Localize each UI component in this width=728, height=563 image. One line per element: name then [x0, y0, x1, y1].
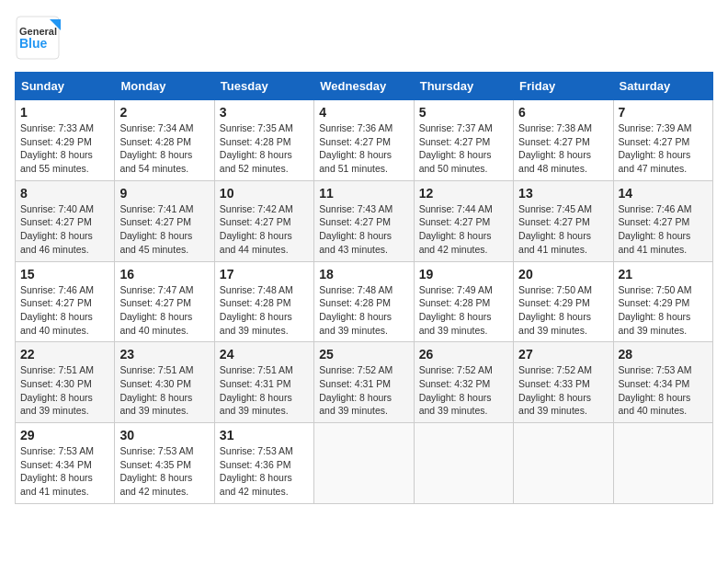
day-info: Sunrise: 7:51 AM Sunset: 4:30 PM Dayligh… — [119, 363, 209, 418]
day-number: 23 — [119, 347, 209, 362]
empty-cell — [514, 423, 613, 504]
day-info: Sunrise: 7:49 AM Sunset: 4:28 PM Dayligh… — [419, 283, 508, 338]
day-info: Sunrise: 7:48 AM Sunset: 4:28 PM Dayligh… — [319, 283, 408, 338]
day-info: Sunrise: 7:48 AM Sunset: 4:28 PM Dayligh… — [220, 283, 309, 338]
day-info: Sunrise: 7:53 AM Sunset: 4:35 PM Dayligh… — [119, 444, 209, 499]
calendar-day-cell: 26 Sunrise: 7:52 AM Sunset: 4:32 PM Dayl… — [414, 342, 513, 423]
calendar-day-cell: 30 Sunrise: 7:53 AM Sunset: 4:35 PM Dayl… — [115, 423, 214, 504]
calendar-day-cell: 17 Sunrise: 7:48 AM Sunset: 4:28 PM Dayl… — [214, 261, 313, 342]
day-number: 13 — [518, 186, 608, 201]
calendar-day-cell: 22 Sunrise: 7:51 AM Sunset: 4:30 PM Dayl… — [16, 342, 115, 423]
day-info: Sunrise: 7:40 AM Sunset: 4:27 PM Dayligh… — [20, 202, 109, 257]
calendar-table: SundayMondayTuesdayWednesdayThursdayFrid… — [15, 72, 713, 504]
day-number: 28 — [619, 347, 708, 362]
day-number: 12 — [419, 186, 508, 201]
calendar-day-cell: 3 Sunrise: 7:35 AM Sunset: 4:28 PM Dayli… — [214, 100, 313, 181]
day-info: Sunrise: 7:53 AM Sunset: 4:36 PM Dayligh… — [220, 444, 309, 499]
day-number: 31 — [220, 428, 309, 442]
calendar-day-cell: 24 Sunrise: 7:51 AM Sunset: 4:31 PM Dayl… — [214, 342, 313, 423]
day-info: Sunrise: 7:50 AM Sunset: 4:29 PM Dayligh… — [518, 283, 608, 338]
day-info: Sunrise: 7:42 AM Sunset: 4:27 PM Dayligh… — [220, 202, 309, 257]
calendar-day-cell: 6 Sunrise: 7:38 AM Sunset: 4:27 PM Dayli… — [514, 100, 613, 181]
calendar-week-row: 22 Sunrise: 7:51 AM Sunset: 4:30 PM Dayl… — [16, 342, 713, 423]
day-number: 30 — [119, 428, 209, 442]
calendar-day-cell: 1 Sunrise: 7:33 AM Sunset: 4:29 PM Dayli… — [16, 100, 115, 181]
day-info: Sunrise: 7:52 AM Sunset: 4:32 PM Dayligh… — [419, 363, 508, 418]
day-number: 19 — [419, 267, 508, 282]
column-header-saturday: Saturday — [613, 73, 712, 100]
day-number: 2 — [119, 105, 209, 120]
day-number: 20 — [518, 267, 608, 282]
day-info: Sunrise: 7:53 AM Sunset: 4:34 PM Dayligh… — [619, 363, 708, 418]
day-info: Sunrise: 7:36 AM Sunset: 4:27 PM Dayligh… — [319, 121, 408, 176]
day-number: 9 — [119, 186, 209, 201]
day-number: 29 — [20, 428, 109, 442]
day-info: Sunrise: 7:37 AM Sunset: 4:27 PM Dayligh… — [419, 121, 508, 176]
calendar-week-row: 29 Sunrise: 7:53 AM Sunset: 4:34 PM Dayl… — [16, 423, 713, 504]
day-number: 1 — [20, 105, 109, 120]
day-info: Sunrise: 7:34 AM Sunset: 4:28 PM Dayligh… — [119, 121, 209, 176]
calendar-day-cell: 20 Sunrise: 7:50 AM Sunset: 4:29 PM Dayl… — [514, 261, 613, 342]
column-header-thursday: Thursday — [414, 73, 513, 100]
day-number: 17 — [220, 267, 309, 282]
calendar-week-row: 1 Sunrise: 7:33 AM Sunset: 4:29 PM Dayli… — [16, 100, 713, 181]
calendar-day-cell: 19 Sunrise: 7:49 AM Sunset: 4:28 PM Dayl… — [414, 261, 513, 342]
day-number: 24 — [220, 347, 309, 362]
column-header-tuesday: Tuesday — [214, 73, 313, 100]
calendar-day-cell: 9 Sunrise: 7:41 AM Sunset: 4:27 PM Dayli… — [115, 180, 214, 261]
day-info: Sunrise: 7:33 AM Sunset: 4:29 PM Dayligh… — [20, 121, 109, 176]
day-number: 7 — [619, 105, 708, 120]
day-info: Sunrise: 7:35 AM Sunset: 4:28 PM Dayligh… — [220, 121, 309, 176]
svg-text:Blue: Blue — [19, 36, 48, 51]
day-info: Sunrise: 7:50 AM Sunset: 4:29 PM Dayligh… — [619, 283, 708, 338]
calendar-day-cell: 15 Sunrise: 7:46 AM Sunset: 4:27 PM Dayl… — [16, 261, 115, 342]
calendar-day-cell: 18 Sunrise: 7:48 AM Sunset: 4:28 PM Dayl… — [314, 261, 414, 342]
column-header-friday: Friday — [514, 73, 613, 100]
column-header-wednesday: Wednesday — [314, 73, 414, 100]
day-number: 18 — [319, 267, 408, 282]
calendar-day-cell: 28 Sunrise: 7:53 AM Sunset: 4:34 PM Dayl… — [613, 342, 712, 423]
day-info: Sunrise: 7:41 AM Sunset: 4:27 PM Dayligh… — [119, 202, 209, 257]
day-number: 8 — [20, 186, 109, 201]
day-info: Sunrise: 7:53 AM Sunset: 4:34 PM Dayligh… — [20, 444, 109, 499]
calendar-day-cell: 21 Sunrise: 7:50 AM Sunset: 4:29 PM Dayl… — [613, 261, 712, 342]
calendar-week-row: 8 Sunrise: 7:40 AM Sunset: 4:27 PM Dayli… — [16, 180, 713, 261]
column-header-monday: Monday — [115, 73, 214, 100]
calendar-day-cell: 11 Sunrise: 7:43 AM Sunset: 4:27 PM Dayl… — [314, 180, 414, 261]
day-info: Sunrise: 7:45 AM Sunset: 4:27 PM Dayligh… — [518, 202, 608, 257]
calendar-day-cell: 25 Sunrise: 7:52 AM Sunset: 4:31 PM Dayl… — [314, 342, 414, 423]
day-number: 4 — [319, 105, 408, 120]
logo-svg: General Blue — [15, 15, 61, 61]
day-info: Sunrise: 7:52 AM Sunset: 4:31 PM Dayligh… — [319, 363, 408, 418]
day-number: 25 — [319, 347, 408, 362]
day-number: 21 — [619, 267, 708, 282]
day-number: 6 — [518, 105, 608, 120]
column-header-sunday: Sunday — [16, 73, 115, 100]
day-info: Sunrise: 7:52 AM Sunset: 4:33 PM Dayligh… — [518, 363, 608, 418]
day-number: 5 — [419, 105, 508, 120]
calendar-day-cell: 27 Sunrise: 7:52 AM Sunset: 4:33 PM Dayl… — [514, 342, 613, 423]
page-header: General Blue — [15, 15, 713, 61]
empty-cell — [414, 423, 513, 504]
day-info: Sunrise: 7:51 AM Sunset: 4:31 PM Dayligh… — [220, 363, 309, 418]
day-number: 26 — [419, 347, 508, 362]
day-number: 14 — [619, 186, 708, 201]
calendar-day-cell: 8 Sunrise: 7:40 AM Sunset: 4:27 PM Dayli… — [16, 180, 115, 261]
calendar-day-cell: 12 Sunrise: 7:44 AM Sunset: 4:27 PM Dayl… — [414, 180, 513, 261]
calendar-day-cell: 23 Sunrise: 7:51 AM Sunset: 4:30 PM Dayl… — [115, 342, 214, 423]
day-info: Sunrise: 7:51 AM Sunset: 4:30 PM Dayligh… — [20, 363, 109, 418]
day-info: Sunrise: 7:44 AM Sunset: 4:27 PM Dayligh… — [419, 202, 508, 257]
empty-cell — [613, 423, 712, 504]
day-number: 22 — [20, 347, 109, 362]
day-number: 3 — [220, 105, 309, 120]
day-number: 10 — [220, 186, 309, 201]
day-number: 11 — [319, 186, 408, 201]
calendar-header-row: SundayMondayTuesdayWednesdayThursdayFrid… — [16, 73, 713, 100]
calendar-day-cell: 4 Sunrise: 7:36 AM Sunset: 4:27 PM Dayli… — [314, 100, 414, 181]
calendar-week-row: 15 Sunrise: 7:46 AM Sunset: 4:27 PM Dayl… — [16, 261, 713, 342]
calendar-day-cell: 7 Sunrise: 7:39 AM Sunset: 4:27 PM Dayli… — [613, 100, 712, 181]
calendar-day-cell: 16 Sunrise: 7:47 AM Sunset: 4:27 PM Dayl… — [115, 261, 214, 342]
day-info: Sunrise: 7:43 AM Sunset: 4:27 PM Dayligh… — [319, 202, 408, 257]
day-info: Sunrise: 7:46 AM Sunset: 4:27 PM Dayligh… — [619, 202, 708, 257]
logo: General Blue — [15, 15, 61, 61]
